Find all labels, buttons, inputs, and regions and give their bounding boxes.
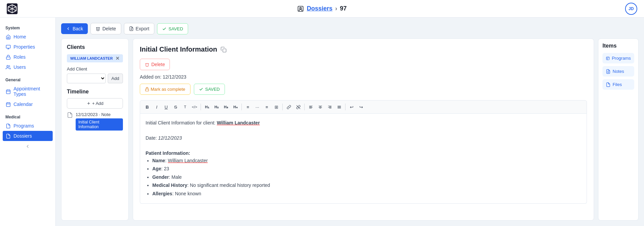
remove-client-icon[interactable]: ✕ [115, 56, 120, 61]
add-client-button[interactable]: Add [108, 74, 123, 83]
sidebar-item-programs[interactable]: Programs [0, 121, 55, 131]
align-right-button[interactable] [325, 103, 334, 111]
ordered-list-button[interactable]: ≡ [262, 103, 271, 111]
items-title: Items [602, 43, 634, 49]
sidebar-item-dossiers-label: Dossiers [14, 133, 32, 139]
unlink-icon [296, 105, 301, 109]
sidebar-item-roles[interactable]: Roles [0, 52, 55, 62]
timeline-title: Timeline [67, 89, 123, 95]
notes-item-icon [606, 69, 611, 74]
sidebar-item-roles-label: Roles [14, 54, 26, 60]
timeline-item-badge[interactable]: Initial Client Information [76, 118, 123, 131]
sidebar: System Home Properties Roles Users [0, 18, 56, 226]
field-age: Age: 23 [152, 165, 581, 172]
sidebar-item-users-label: Users [14, 64, 26, 70]
clients-panel: Clients WILLIAM LANDCASTER ✕ Add Client … [61, 38, 129, 221]
h2-button[interactable]: H₂ [212, 103, 221, 111]
editor-patient-fields: Name: William Landcaster Age: 23 Gender:… [146, 157, 581, 197]
clients-title: Clients [67, 44, 123, 50]
justify-icon [337, 105, 341, 109]
export-button[interactable]: Export [124, 23, 154, 34]
check-icon [162, 27, 166, 31]
justify-button[interactable] [335, 103, 343, 111]
logo[interactable] [7, 3, 18, 14]
files-item-icon [606, 82, 611, 87]
back-button[interactable]: Back [61, 23, 88, 34]
editor-content[interactable]: Initial Client Information for client: W… [140, 114, 587, 204]
align-center-icon [318, 105, 323, 109]
sidebar-item-programs-label: Programs [14, 123, 34, 129]
text-style-button[interactable]: T [181, 103, 189, 111]
add-timeline-button[interactable]: + Add [67, 98, 123, 109]
underline-button[interactable]: U [162, 103, 171, 111]
sidebar-item-properties[interactable]: Properties [0, 42, 55, 52]
add-client-label: Add Client [67, 66, 123, 72]
table-button[interactable]: ⊞ [272, 103, 281, 111]
trash-icon [145, 62, 149, 67]
breadcrumb-chevron: › [335, 5, 337, 12]
copy-icon[interactable] [221, 47, 227, 53]
dossier-section-title: Initial Client Information [140, 46, 587, 53]
dossier-main: Initial Client Information Delete Added … [133, 38, 594, 221]
field-medical-history: Medical History: No significant medical … [152, 181, 581, 189]
more-button[interactable]: ··· [253, 103, 262, 111]
editor-intro-line: Initial Client Information for client: W… [146, 119, 581, 126]
sidebar-item-dossiers[interactable]: Dossiers [3, 131, 53, 141]
editor-divider-3 [282, 104, 283, 110]
sidebar-item-users[interactable]: Users [0, 62, 55, 72]
h3-button[interactable]: H₃ [222, 103, 230, 111]
dossier-delete-button[interactable]: Delete [140, 59, 170, 70]
programs-item-button[interactable]: Programs [602, 53, 634, 63]
align-left-button[interactable] [306, 103, 315, 111]
undo-button[interactable]: ↩ [347, 103, 356, 111]
strikethrough-button[interactable]: S [171, 103, 180, 111]
sidebar-collapse-button[interactable] [0, 141, 55, 152]
dossier-saved-badge: SAVED [194, 84, 225, 95]
sidebar-item-appointment-types-label: Appointment Types [14, 86, 50, 97]
home-icon [5, 34, 11, 39]
h1-button[interactable]: H₁ [203, 103, 211, 111]
saved-badge: SAVED [157, 23, 188, 34]
sidebar-item-calendar[interactable]: Calendar [0, 99, 55, 109]
client-name: WILLIAM LANDCASTER [70, 56, 113, 60]
plus-icon [86, 101, 91, 106]
dossiers-breadcrumb-link[interactable]: Dossiers [307, 5, 332, 12]
redo-button[interactable]: ↪ [357, 103, 365, 111]
sidebar-item-appointment-types[interactable]: Appointment Types [0, 84, 55, 99]
toolbar: Back Delete Export SAVED [61, 23, 639, 34]
editor-divider-1 [201, 104, 201, 110]
header-title: Dossiers › 97 [297, 5, 346, 12]
editor-divider-4 [304, 104, 305, 110]
bold-button[interactable]: B [143, 103, 152, 111]
record-id: 97 [340, 5, 347, 12]
link-button[interactable] [284, 103, 293, 111]
unlink-button[interactable] [294, 103, 303, 111]
h4-button[interactable]: H₄ [231, 103, 240, 111]
add-timeline-label: + Add [92, 101, 104, 106]
sidebar-item-home-label: Home [14, 34, 26, 39]
add-client-select[interactable] [67, 74, 106, 83]
svg-rect-23 [223, 49, 226, 52]
lock-icon [145, 87, 149, 91]
editor-divider-2 [241, 104, 242, 110]
sidebar-item-home[interactable]: Home [0, 32, 55, 42]
header: Dossiers › 97 JD [0, 0, 644, 18]
files-item-button[interactable]: Files [602, 79, 634, 90]
align-center-button[interactable] [316, 103, 325, 111]
notes-item-button[interactable]: Notes [602, 66, 634, 77]
list-button[interactable]: ≡ [243, 103, 252, 111]
delete-button[interactable]: Delete [91, 23, 121, 34]
user-avatar[interactable]: JD [625, 3, 637, 15]
items-panel: Items Programs Notes Files [598, 38, 639, 221]
code-button[interactable]: </> [190, 103, 199, 111]
dossier-actions: Delete [140, 59, 587, 70]
italic-button[interactable]: I [152, 103, 161, 111]
delete-icon [96, 26, 100, 31]
client-tag: WILLIAM LANDCASTER ✕ [67, 54, 123, 62]
sidebar-item-calendar-label: Calendar [14, 102, 33, 107]
align-left-icon [309, 105, 313, 109]
general-section-label: General [0, 75, 55, 84]
saved-check-icon [199, 87, 203, 91]
system-section-label: System [0, 23, 55, 32]
mark-complete-button[interactable]: Mark as complete [140, 84, 190, 95]
